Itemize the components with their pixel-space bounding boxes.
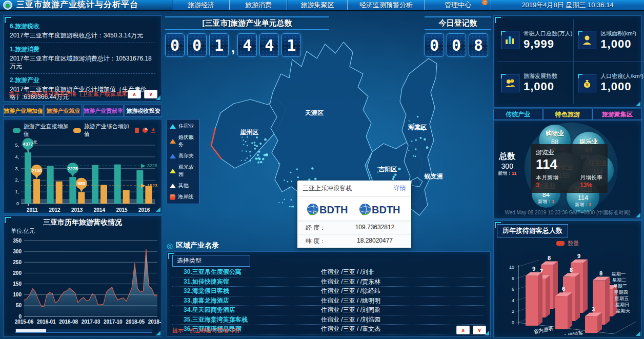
svg-text:2015-06: 2015-06 bbox=[15, 319, 34, 325]
directory-row-1: 30.三亚帛生度假公寓 住宿业 /三亚 / /刘非 bbox=[172, 268, 485, 277]
map-legend-1[interactable]: 住宿业 bbox=[170, 123, 196, 130]
map-legend-label: 观光农园 bbox=[178, 164, 196, 178]
nav-item-2[interactable]: 旅游消费 bbox=[230, 0, 287, 10]
map-legend-5[interactable]: 其他 bbox=[170, 182, 196, 189]
industry-tab-1[interactable]: 传统产业 bbox=[493, 109, 543, 120]
svg-text:2016-08: 2016-08 bbox=[59, 319, 78, 325]
svg-text:2018-12: 2018-12 bbox=[148, 319, 162, 325]
bubble-delta: 新增：3 bbox=[575, 202, 591, 208]
venue-name-link[interactable]: 35.三亚海棠湾芙蕖客栈 bbox=[172, 315, 321, 324]
scroll-down-button[interactable]: ∨ bbox=[144, 90, 157, 98]
popup-row-1: 经 度： 109.73632812 bbox=[297, 221, 411, 234]
stat-card-2: 区域面积(km²) 1,000 bbox=[574, 19, 644, 62]
directory-up-button[interactable]: ∧ bbox=[456, 326, 470, 334]
industry-tab-2[interactable]: 特色旅游 bbox=[543, 109, 593, 120]
svg-text:2012: 2012 bbox=[49, 207, 61, 213]
nav-item-1[interactable]: 旅游经济 bbox=[172, 0, 230, 10]
svg-text:2016-01: 2016-01 bbox=[37, 319, 56, 325]
download-icon[interactable] bbox=[150, 127, 156, 133]
summary-item-2[interactable]: 1.旅游消费 2017年三亚市年度区域旅游消费总计：10531676.18万元 bbox=[10, 43, 155, 74]
nav-item-4[interactable]: 经济监测预警分析 bbox=[348, 0, 425, 10]
svg-text:蜈支洲: 蜈支洲 bbox=[424, 173, 443, 180]
legend-label-2[interactable]: 旅游产业综合增加值 bbox=[84, 123, 131, 138]
map-legend-4[interactable]: 观光农园 bbox=[170, 164, 196, 178]
tooltip-growth-rate: 月增长率13% bbox=[580, 174, 602, 189]
total-delta: 新增：11 bbox=[498, 170, 517, 177]
chart-data-zoom-track[interactable] bbox=[15, 329, 152, 333]
summary-item-1[interactable]: 6.旅游税收 2017年三亚市年度旅游税收总计：3450.3.14万元 bbox=[10, 20, 155, 43]
map-legend-label: 住宿业 bbox=[178, 123, 194, 130]
venue-info: 住宿业 /三亚 / /董文杰 bbox=[321, 325, 380, 333]
value-added-bar-chart: 01,2,3,4,5,万元322615234377210022759802011… bbox=[6, 138, 159, 226]
svg-text:省内游客: 省内游客 bbox=[533, 325, 554, 335]
left-tab-3[interactable]: 旅游产业贡献率 bbox=[83, 105, 124, 117]
venue-name-link[interactable]: 33.康喜龙海酒店 bbox=[172, 296, 321, 305]
nav-item-5[interactable]: 管理中心2 bbox=[425, 0, 491, 10]
doc-icon[interactable] bbox=[134, 127, 140, 133]
region-stats-panel: 常驻人口总数(万人) 9,999 区域面积(km²) 1,000 旅游发展指数 … bbox=[493, 15, 642, 108]
legend-swatch bbox=[13, 128, 21, 133]
directory-down-button[interactable]: ∨ bbox=[473, 326, 486, 334]
industry-tab-3[interactable]: 旅游聚集区 bbox=[592, 109, 642, 120]
popup-logos: BDTH BDTH bbox=[297, 197, 411, 221]
bullet-icon: ◎ bbox=[167, 242, 173, 250]
revenue-area-chart: 0501001502002503003502015-062016-012016-… bbox=[5, 234, 160, 335]
popup-title: 三亚上乐冲浪客栈 bbox=[303, 184, 352, 193]
svg-text:3,: 3, bbox=[15, 166, 19, 171]
summary-item-title[interactable]: 1.旅游消费 bbox=[10, 45, 155, 54]
revenue-chart-panel: 三亚市历年旅游营收情况 单位:亿元 0501001502002503003502… bbox=[3, 215, 162, 337]
svg-text:980: 980 bbox=[77, 181, 85, 186]
venue-name-link[interactable]: 32.海棠假日客栈 bbox=[172, 287, 321, 295]
left-tab-4[interactable]: 旅游税收投资 bbox=[125, 105, 162, 117]
venue-info: 住宿业 /三亚 / /刘同盈 bbox=[321, 306, 380, 314]
bubble-total: 总数 300 新增：11 bbox=[498, 151, 517, 177]
summary-item-title[interactable]: 2.旅游产业 bbox=[10, 76, 155, 85]
tooltip-monthly-new: 本月新增3 bbox=[536, 174, 558, 189]
left-tab-2[interactable]: 旅游产业就业 bbox=[45, 105, 82, 117]
nav-label: 旅游经济 bbox=[188, 1, 214, 10]
svg-text:3226: 3226 bbox=[147, 163, 157, 168]
venue-name-link[interactable]: 34.星天园商务酒店 bbox=[172, 306, 321, 314]
directory-header: ◎ 区域产业名录 bbox=[167, 241, 219, 250]
stat-label: 旅游发展指数 bbox=[524, 72, 557, 80]
map-legend-6[interactable]: 海岸线 bbox=[170, 193, 196, 201]
svg-text:天涯区: 天涯区 bbox=[305, 109, 324, 116]
map-legend-3[interactable]: 高尔夫 bbox=[170, 152, 196, 159]
scroll-up-button[interactable]: ∧ bbox=[128, 90, 141, 98]
directory-row-3: 32.海棠假日客栈 住宿业 /三亚 / /徐经纬 bbox=[172, 287, 485, 296]
people-icon bbox=[501, 74, 519, 92]
directory-row-6: 35.三亚海棠湾芙蕖客栈 住宿业 /三亚 / /刘浩园 bbox=[172, 315, 485, 325]
svg-text:0: 0 bbox=[512, 320, 514, 325]
venue-info: 住宿业 /三亚 / /刘非 bbox=[321, 268, 374, 276]
coastline-icon bbox=[170, 194, 175, 200]
nav-item-3[interactable]: 旅游集聚区 bbox=[287, 0, 348, 10]
type-filter-select[interactable]: 选择类型 bbox=[172, 255, 250, 267]
svg-text:4,: 4, bbox=[15, 154, 19, 159]
summary-item-3[interactable]: 2.旅游产业 2017年三亚市年度旅游产业总计增加值（生产者价格）:638036… bbox=[10, 74, 155, 104]
summary-item-title[interactable]: 6.旅游税收 bbox=[10, 22, 155, 31]
svg-text:1,: 1, bbox=[15, 189, 19, 194]
svg-text:6: 6 bbox=[562, 286, 565, 292]
venue-name-link[interactable]: 30.三亚帛生度假公寓 bbox=[172, 268, 321, 276]
svg-text:BDTH: BDTH bbox=[319, 204, 348, 215]
venue-name-link[interactable]: 31.如佳快捷宾馆 bbox=[172, 277, 321, 286]
map-legend-2[interactable]: 婚庆服务 bbox=[170, 134, 196, 148]
svg-text:8: 8 bbox=[512, 276, 514, 281]
svg-text:星期天: 星期天 bbox=[616, 308, 630, 313]
industry-bubble-panel: 购物业 88新增：4娱乐业 94新增：3餐饮业 155住宿业 114新增：1交通… bbox=[493, 120, 642, 219]
left-tab-1[interactable]: 旅游产业增加值 bbox=[3, 105, 44, 117]
popup-detail-link[interactable]: 详情 bbox=[394, 184, 406, 193]
legend-label-1[interactable]: 旅游产业直接增加值 bbox=[24, 123, 70, 138]
bubble-delta: 新增：1 bbox=[538, 198, 554, 205]
directory-hint: 提示：点击标题可查看详情 bbox=[172, 327, 240, 334]
svg-text:星期一: 星期一 bbox=[611, 271, 626, 276]
left-tab-bar: 旅游产业增加值旅游产业就业旅游产业贡献率旅游税收投资 bbox=[3, 105, 162, 117]
svg-text:50: 50 bbox=[16, 303, 22, 308]
svg-text:国内游客: 国内游客 bbox=[592, 334, 613, 335]
legend-swatch bbox=[73, 128, 81, 133]
svg-text:星期四: 星期四 bbox=[614, 290, 628, 295]
revenue-chart-title: 三亚市历年旅游营收情况 bbox=[5, 218, 160, 227]
marker-triangle-icon bbox=[170, 139, 176, 144]
pie-icon[interactable] bbox=[142, 127, 148, 133]
chart-data-zoom-handle[interactable] bbox=[16, 329, 46, 332]
